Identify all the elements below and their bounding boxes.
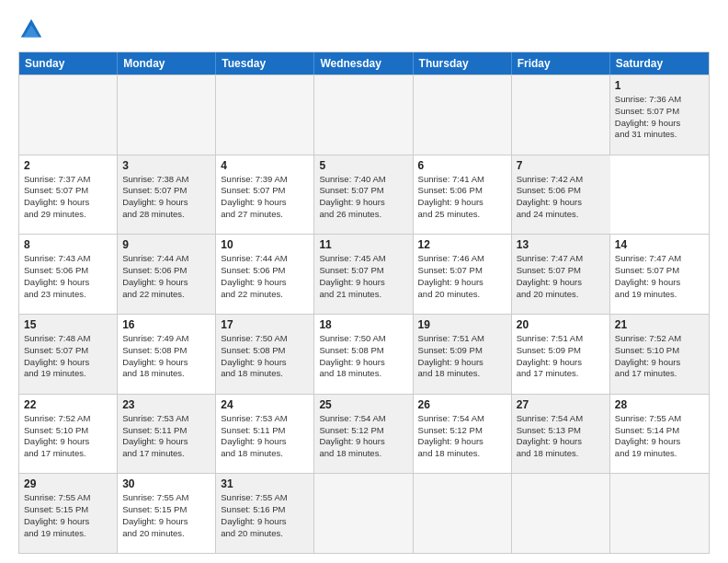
cell-line: Sunrise: 7:49 AM (122, 333, 210, 345)
cal-cell: 6Sunrise: 7:41 AMSunset: 5:06 PMDaylight… (414, 155, 512, 235)
cal-cell: 31Sunrise: 7:55 AMSunset: 5:16 PMDayligh… (216, 474, 314, 553)
cell-line: Daylight: 9 hours (418, 436, 506, 448)
cal-cell: 25Sunrise: 7:54 AMSunset: 5:12 PMDayligh… (314, 395, 413, 474)
day-number: 12 (418, 238, 506, 251)
cell-line: Sunset: 5:07 PM (615, 106, 704, 118)
cal-cell: 29Sunrise: 7:55 AMSunset: 5:15 PMDayligh… (19, 474, 118, 553)
cell-line: and 18 minutes. (319, 368, 407, 380)
cal-cell (314, 474, 413, 553)
cell-line: Sunset: 5:07 PM (122, 185, 210, 197)
cal-cell: 10Sunrise: 7:44 AMSunset: 5:06 PMDayligh… (216, 235, 314, 314)
cell-line: Daylight: 9 hours (319, 357, 407, 369)
cell-line: and 18 minutes. (122, 368, 210, 380)
cell-line: and 20 minutes. (418, 289, 506, 301)
cell-line: Sunrise: 7:44 AM (122, 253, 210, 265)
cell-line: Sunset: 5:09 PM (418, 345, 506, 357)
cell-line: Daylight: 9 hours (221, 516, 309, 528)
header (18, 17, 710, 42)
day-number: 17 (221, 318, 309, 331)
cell-line: Sunset: 5:07 PM (319, 265, 407, 277)
cell-line: Daylight: 9 hours (24, 357, 112, 369)
cell-line: Sunrise: 7:41 AM (418, 174, 506, 186)
day-number: 9 (122, 238, 210, 251)
day-number: 1 (615, 79, 704, 92)
cell-line: Daylight: 9 hours (221, 436, 309, 448)
cell-line: and 18 minutes. (418, 448, 506, 460)
cell-line: Daylight: 9 hours (418, 197, 506, 209)
cell-line: Sunset: 5:06 PM (24, 265, 112, 277)
day-number: 21 (615, 318, 704, 331)
cal-header-cell: Wednesday (314, 52, 413, 75)
cal-cell (118, 75, 216, 155)
calendar-body: 1Sunrise: 7:36 AMSunset: 5:07 PMDaylight… (19, 75, 709, 553)
cal-row: 8Sunrise: 7:43 AMSunset: 5:06 PMDaylight… (19, 234, 709, 314)
day-number: 27 (517, 398, 605, 411)
cell-line: Sunrise: 7:50 AM (319, 333, 407, 345)
cell-line: and 27 minutes. (221, 209, 309, 221)
cell-line: Daylight: 9 hours (24, 516, 112, 528)
cell-line: Daylight: 9 hours (418, 277, 506, 289)
cell-line: and 19 minutes. (24, 368, 112, 380)
cal-cell: 4Sunrise: 7:39 AMSunset: 5:07 PMDaylight… (216, 155, 314, 235)
cell-line: and 22 minutes. (221, 289, 309, 301)
day-number: 24 (221, 398, 309, 411)
cell-line: Sunset: 5:08 PM (221, 345, 309, 357)
day-number: 30 (122, 477, 210, 490)
cell-line: Sunset: 5:07 PM (24, 345, 112, 357)
cell-line: Sunset: 5:07 PM (615, 265, 704, 277)
cal-cell: 18Sunrise: 7:50 AMSunset: 5:08 PMDayligh… (314, 315, 413, 394)
cell-line: and 23 minutes. (24, 289, 112, 301)
calendar: SundayMondayTuesdayWednesdayThursdayFrid… (18, 52, 710, 554)
cell-line: Sunrise: 7:37 AM (24, 174, 112, 186)
cal-cell: 7Sunrise: 7:42 AMSunset: 5:06 PMDaylight… (512, 155, 610, 235)
cal-cell: 5Sunrise: 7:40 AMSunset: 5:07 PMDaylight… (314, 155, 413, 235)
cal-cell: 20Sunrise: 7:51 AMSunset: 5:09 PMDayligh… (512, 315, 610, 394)
cal-header-cell: Friday (512, 52, 610, 75)
cal-header-cell: Monday (118, 52, 216, 75)
day-number: 20 (517, 318, 605, 331)
day-number: 25 (319, 398, 407, 411)
cell-line: Sunset: 5:15 PM (24, 504, 112, 516)
day-number: 7 (517, 159, 606, 172)
cell-line: and 24 minutes. (517, 209, 606, 221)
cal-cell: 24Sunrise: 7:53 AMSunset: 5:11 PMDayligh… (216, 395, 314, 474)
cell-line: and 17 minutes. (615, 368, 704, 380)
cell-line: Daylight: 9 hours (615, 436, 704, 448)
cal-cell: 8Sunrise: 7:43 AMSunset: 5:06 PMDaylight… (19, 235, 118, 314)
cal-cell: 26Sunrise: 7:54 AMSunset: 5:12 PMDayligh… (414, 395, 512, 474)
cal-cell (414, 474, 512, 553)
cell-line: Sunset: 5:10 PM (615, 345, 704, 357)
cal-cell (512, 75, 610, 155)
cell-line: Sunrise: 7:51 AM (418, 333, 506, 345)
cal-cell (216, 75, 314, 155)
page: SundayMondayTuesdayWednesdayThursdayFrid… (0, 0, 728, 563)
cell-line: and 20 minutes. (221, 528, 309, 540)
cell-line: Sunrise: 7:54 AM (418, 413, 506, 425)
cell-line: and 28 minutes. (122, 209, 210, 221)
cal-header-cell: Tuesday (216, 52, 314, 75)
cell-line: and 17 minutes. (517, 368, 605, 380)
cell-line: Sunrise: 7:50 AM (221, 333, 309, 345)
calendar-header: SundayMondayTuesdayWednesdayThursdayFrid… (19, 52, 709, 75)
day-number: 18 (319, 318, 407, 331)
cal-row: 2Sunrise: 7:37 AMSunset: 5:07 PMDaylight… (19, 155, 709, 235)
cell-line: and 19 minutes. (24, 528, 112, 540)
cell-line: Sunrise: 7:38 AM (122, 174, 210, 186)
day-number: 2 (24, 159, 112, 172)
cell-line: Sunset: 5:07 PM (418, 265, 506, 277)
cell-line: and 19 minutes. (615, 448, 704, 460)
cell-line: and 19 minutes. (615, 289, 704, 301)
cal-cell: 2Sunrise: 7:37 AMSunset: 5:07 PMDaylight… (19, 155, 118, 235)
cell-line: Sunrise: 7:53 AM (221, 413, 309, 425)
cell-line: Daylight: 9 hours (24, 197, 112, 209)
cal-row: 29Sunrise: 7:55 AMSunset: 5:15 PMDayligh… (19, 473, 709, 553)
cell-line: and 18 minutes. (418, 368, 506, 380)
cell-line: Sunrise: 7:54 AM (517, 413, 605, 425)
cell-line: Daylight: 9 hours (517, 357, 605, 369)
cal-header-cell: Saturday (610, 52, 709, 75)
cal-cell: 12Sunrise: 7:46 AMSunset: 5:07 PMDayligh… (414, 235, 512, 314)
cell-line: Sunrise: 7:45 AM (319, 253, 407, 265)
cell-line: Daylight: 9 hours (122, 277, 210, 289)
cal-cell: 1Sunrise: 7:36 AMSunset: 5:07 PMDaylight… (610, 75, 709, 155)
cell-line: and 18 minutes. (517, 448, 605, 460)
